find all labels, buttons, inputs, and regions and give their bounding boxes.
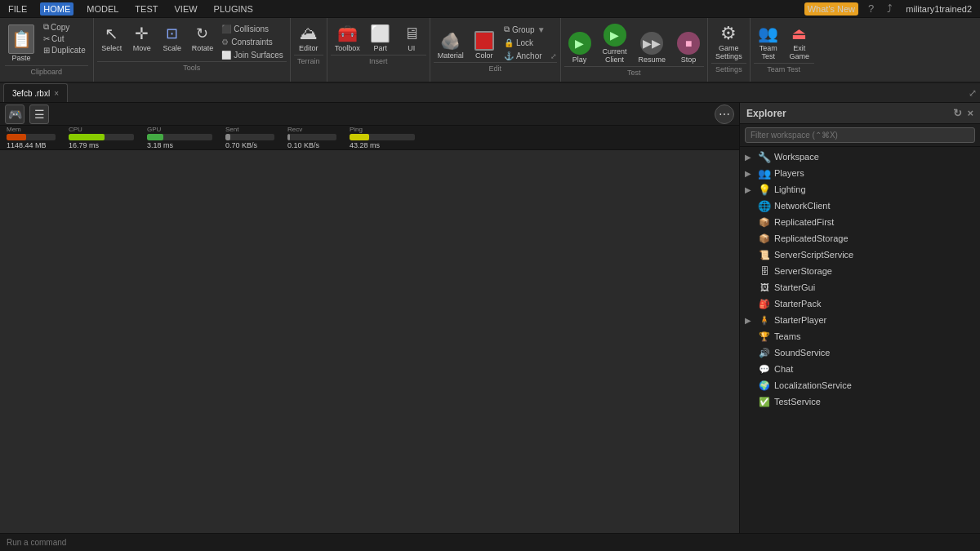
tree-item-lighting[interactable]: ▶ 💡 Lighting (740, 181, 980, 198)
testservice-icon: ✅ (758, 395, 771, 408)
group-button[interactable]: ⧉ Group ▼ (501, 23, 549, 36)
tree-item-players[interactable]: ▶ 👥 Players (740, 165, 980, 181)
insert-section: 🧰 Toolbox ⬜ Part 🖥 UI Insert (327, 18, 430, 82)
menu-view[interactable]: VIEW (171, 2, 200, 16)
recv-bar-fill (287, 134, 290, 140)
exit-game-button[interactable]: ⏏ Exit Game (785, 21, 814, 63)
menu-bar: FILE HOME MODEL TEST VIEW PLUGINS What's… (0, 0, 980, 18)
tab-close-button[interactable]: × (54, 89, 59, 98)
resume-icon: ▶▶ (640, 32, 663, 55)
ping-bar (350, 134, 415, 140)
join-surfaces-button[interactable]: ⬜ Join Surfaces (218, 49, 287, 61)
viewport-icon-btn[interactable]: 🎮 (5, 104, 24, 124)
serverstorage-icon: 🗄 (758, 264, 771, 278)
game-settings-button[interactable]: ⚙ Game Settings (711, 21, 746, 63)
command-input[interactable] (7, 538, 973, 547)
ui-button[interactable]: 🖥 UI (397, 21, 426, 55)
whats-new-button[interactable]: What's New (804, 2, 858, 16)
lock-button[interactable]: 🔒 Lock (501, 37, 549, 49)
tree-item-soundservice[interactable]: ▶ 🔊 SoundService (740, 344, 980, 361)
explorer-search (740, 124, 980, 147)
tree-item-serverscriptservice[interactable]: ▶ 📜 ServerScriptService (740, 247, 980, 263)
cut-button[interactable]: ✂ Cut (41, 33, 88, 44)
collisions-icon: ⬛ (221, 24, 231, 33)
tree-item-serverstorage[interactable]: ▶ 🗄 ServerStorage (740, 263, 980, 279)
tree-item-starterpack[interactable]: ▶ 🎒 StarterPack (740, 295, 980, 312)
explorer-search-input[interactable] (745, 127, 975, 143)
resume-button[interactable]: ▶▶ Resume (635, 29, 670, 66)
stats-bar: Mem 1148.44 MB CPU 16.79 ms GPU 3.18 ms (0, 126, 739, 150)
material-button[interactable]: 🪨 Material (434, 29, 468, 62)
paste-button[interactable]: 📋 Paste (5, 21, 38, 65)
duplicate-icon: ⊞ (43, 46, 50, 55)
tree-item-chat[interactable]: ▶ 💬 Chat (740, 361, 980, 377)
constraints-button[interactable]: ⚙ Constraints (218, 36, 287, 48)
chat-icon: 💬 (758, 362, 771, 375)
menu-plugins[interactable]: PLUGINS (211, 2, 256, 16)
stop-button[interactable]: ■ Stop (673, 29, 704, 66)
part-button[interactable]: ⬜ Part (366, 21, 395, 55)
tree-item-replicatedfirst[interactable]: ▶ 📦 ReplicatedFirst (740, 214, 980, 230)
mem-bar-fill (7, 134, 26, 140)
editor-button[interactable]: ⛰ Editor (294, 21, 323, 55)
tree-item-networkclient[interactable]: ▶ 🌐 NetworkClient (740, 198, 980, 214)
main-tab[interactable]: 3efcb .rbxl × (3, 83, 68, 102)
select-button[interactable]: ↖ Select (97, 21, 127, 55)
rotate-button[interactable]: ↻ Rotate (188, 21, 218, 55)
scale-button[interactable]: ⊡ Scale (158, 21, 187, 55)
replicatedstorage-icon: 📦 (758, 232, 771, 245)
tree-item-localizationservice[interactable]: ▶ 🌍 LocalizationService (740, 377, 980, 393)
anchor-button[interactable]: ⚓ Anchor (501, 50, 549, 62)
menu-model[interactable]: MODEL (83, 2, 122, 16)
players-label: Players (774, 168, 804, 178)
move-button[interactable]: ✛ Move (127, 21, 157, 55)
color-button[interactable]: Color (470, 29, 499, 62)
workspace-label: Workspace (774, 152, 819, 162)
stat-cpu: CPU 16.79 ms (69, 126, 134, 149)
ribbon: 📋 Paste ⧉ Copy ✂ Cut ⊞ Duplicate Clipboa… (0, 18, 980, 83)
edit-expand-icon[interactable]: ⤢ (550, 52, 557, 60)
explorer-tree: ▶ 🔧 Workspace ▶ 👥 Players ▶ 💡 Lighting ▶… (740, 147, 980, 533)
lighting-label: Lighting (774, 184, 806, 194)
team-test-button[interactable]: 👥 Team Test (754, 21, 783, 63)
menu-file[interactable]: FILE (5, 2, 30, 16)
starterplayer-label: StarterPlayer (774, 315, 826, 325)
toolbox-button[interactable]: 🧰 Toolbox (331, 21, 364, 55)
material-icon: 🪨 (441, 31, 461, 51)
tree-item-starterplayer[interactable]: ▶ 🧍 StarterPlayer (740, 312, 980, 328)
tree-item-teams[interactable]: ▶ 🏆 Teams (740, 328, 980, 344)
mem-bar (7, 134, 56, 140)
test-section: ▶ Play ▶ Current Client ▶▶ Resume ■ Stop… (561, 18, 709, 82)
play-button[interactable]: ▶ Play (564, 29, 595, 66)
explorer-close-icon[interactable]: × (967, 107, 973, 119)
duplicate-button[interactable]: ⊞ Duplicate (41, 45, 88, 56)
test-label: Test (564, 66, 705, 77)
menu-home[interactable]: HOME (40, 2, 74, 16)
viewport-options-btn[interactable]: ⋯ (715, 104, 734, 124)
terrain-label: Terrain (294, 55, 323, 65)
tree-item-replicatedstorage[interactable]: ▶ 📦 ReplicatedStorage (740, 230, 980, 247)
rotate-icon: ↻ (193, 24, 212, 43)
tree-item-testservice[interactable]: ▶ ✅ TestService (740, 393, 980, 410)
viewport-list-btn[interactable]: ☰ (29, 104, 49, 124)
serverscriptservice-icon: 📜 (758, 248, 771, 261)
anchor-icon: ⚓ (504, 51, 514, 60)
constraints-icon: ⚙ (221, 38, 229, 47)
team-test-section: 👥 Team Test ⏏ Exit Game Team Test (751, 18, 817, 82)
help-icon[interactable]: ? (865, 1, 877, 16)
tree-item-startergui[interactable]: ▶ 🖼 StarterGui (740, 279, 980, 295)
viewport-toolbar: 🎮 ☰ ⋯ (0, 103, 739, 126)
collisions-button[interactable]: ⬛ Collisions (218, 23, 287, 35)
menu-test[interactable]: TEST (131, 2, 161, 16)
explorer-refresh-icon[interactable]: ↻ (953, 107, 962, 119)
insert-label: Insert (331, 55, 426, 65)
maximize-button[interactable]: ⤢ (969, 87, 977, 99)
stat-gpu: GPU 3.18 ms (147, 126, 212, 149)
group-icon: ⧉ (504, 24, 510, 34)
starterplayer-icon: 🧍 (758, 313, 771, 327)
current-client-button[interactable]: ▶ Current Client (599, 21, 631, 66)
share-icon[interactable]: ⤴ (884, 1, 896, 16)
terrain-section: ⛰ Editor Terrain (291, 18, 327, 82)
copy-button[interactable]: ⧉ Copy (41, 21, 88, 33)
tree-item-workspace[interactable]: ▶ 🔧 Workspace (740, 149, 980, 165)
